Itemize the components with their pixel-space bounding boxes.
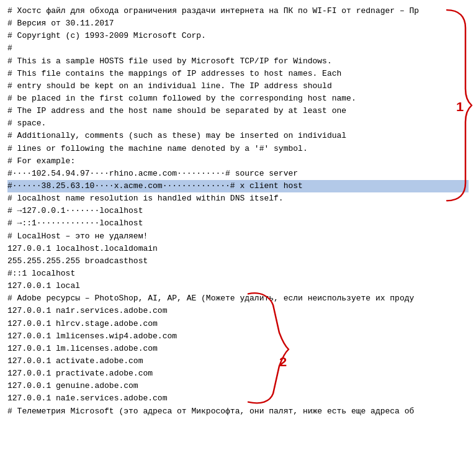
code-line: # entry should be kept on an individual … bbox=[7, 80, 469, 92]
code-line: # bbox=[7, 42, 469, 55]
code-line: # Copyright (c) 1993-2009 Microsoft Corp… bbox=[7, 30, 469, 42]
code-line: 127.0.0.1 activate.adobe.com bbox=[7, 355, 469, 367]
code-line: 127.0.0.1 na1e.services.adobe.com bbox=[7, 392, 469, 405]
code-line: #······38.25.63.10····x.acme.com········… bbox=[7, 180, 469, 192]
code-line: # Adobe ресурсы – PhotoShop, AI, AP, AE … bbox=[7, 292, 469, 305]
code-line: 127.0.0.1 local bbox=[7, 280, 469, 292]
code-line: # LocalHost – это не удаляем! bbox=[7, 230, 469, 243]
hosts-file-content: # Хостс файл для обхода ограничения разд… bbox=[0, 0, 476, 423]
code-line: # be placed in the first column followed… bbox=[7, 92, 469, 105]
code-line: 127.0.0.1 localhost.localdomain bbox=[7, 243, 469, 255]
code-line: 127.0.0.1 lm.licenses.adobe.com bbox=[7, 343, 469, 355]
code-line: # space. bbox=[7, 117, 469, 130]
code-line: # lines or following the machine name de… bbox=[7, 143, 469, 155]
code-line: # Additionally, comments (such as these)… bbox=[7, 130, 469, 142]
code-line: # Телеметрия Microsoft (это адреса от Ми… bbox=[7, 405, 469, 418]
code-line: 255.255.255.255 broadcasthost bbox=[7, 255, 469, 268]
code-line: # Версия от 30.11.2017 bbox=[7, 17, 469, 30]
code-line: # The IP address and the host name shoul… bbox=[7, 105, 469, 117]
code-line: # This file contains the mappings of IP … bbox=[7, 68, 469, 80]
code-line: # Хостс файл для обхода ограничения разд… bbox=[7, 5, 469, 17]
code-line: 127.0.0.1 lmlicenses.wip4.adobe.com bbox=[7, 330, 469, 343]
code-line: 127.0.0.1 hlrcv.stage.adobe.com bbox=[7, 318, 469, 330]
code-line: 127.0.0.1 na1r.services.adobe.com bbox=[7, 305, 469, 317]
code-line: 127.0.0.1 genuine.adobe.com bbox=[7, 380, 469, 392]
code-lines: # Хостс файл для обхода ограничения разд… bbox=[7, 5, 469, 418]
code-line: # →127.0.0.1·······localhost bbox=[7, 205, 469, 217]
code-line: #::1 localhost bbox=[7, 268, 469, 280]
code-line: # →::1·············localhost bbox=[7, 217, 469, 230]
code-line: 127.0.0.1 practivate.adobe.com bbox=[7, 367, 469, 380]
code-line: # localhost name resolution is handled w… bbox=[7, 192, 469, 205]
code-line: # This is a sample HOSTS file used by Mi… bbox=[7, 55, 469, 68]
code-line: # For example: bbox=[7, 155, 469, 168]
code-line: #····102.54.94.97····rhino.acme.com·····… bbox=[7, 168, 469, 180]
